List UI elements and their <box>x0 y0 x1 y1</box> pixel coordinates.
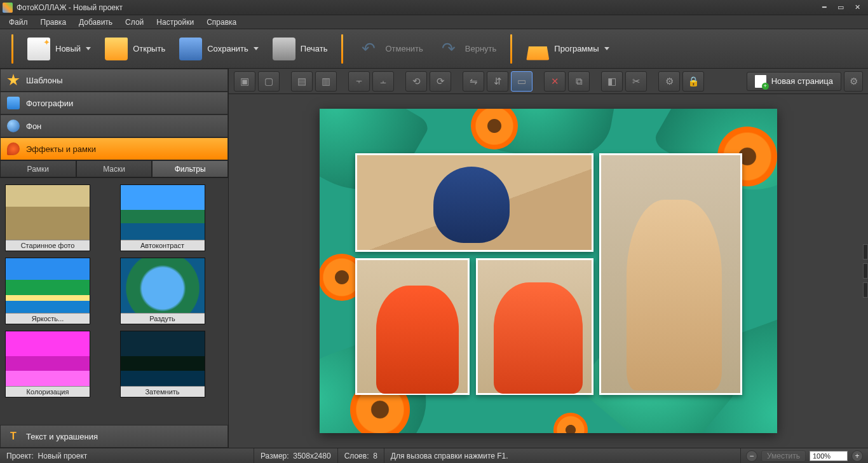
tab-filters[interactable]: Фильтры <box>152 160 228 177</box>
page-plus-icon <box>755 75 766 88</box>
menu-bar: Файл Правка Добавить Слой Настройки Спра… <box>0 15 868 29</box>
flip-v-button[interactable]: ⇵ <box>487 71 508 92</box>
save-label: Сохранить <box>207 44 248 53</box>
center-panel: ▣ ▢ ▤ ▥ ⫟ ⫠ ⟲ ⟳ ⇋ ⇵ ▭ ✕ ⧉ ◧ ✂ ⚙ 🔒 <box>229 69 868 448</box>
crop-button[interactable]: ⧉ <box>568 71 590 92</box>
menu-add[interactable]: Добавить <box>72 17 119 28</box>
fit-canvas-button[interactable]: ▭ <box>511 71 532 92</box>
filter-item[interactable]: Колоризация <box>5 331 90 397</box>
collage-photo[interactable] <box>355 258 470 395</box>
left-panel: Шаблоны Фотографии Фон Эффекты и рамки Р… <box>0 69 229 448</box>
title-bar: ФотоКОЛЛАЖ - Новый проект ━ ▭ ✕ <box>0 0 868 15</box>
filter-thumb <box>6 258 90 313</box>
close-button[interactable]: ✕ <box>849 2 865 13</box>
panel-handle[interactable] <box>863 263 868 279</box>
new-page-button[interactable]: Новая страница <box>747 72 841 91</box>
menu-layer[interactable]: Слой <box>119 17 150 28</box>
dropdown-icon <box>604 47 609 50</box>
arrange-back-button[interactable]: ▢ <box>258 71 280 92</box>
filter-item[interactable]: Яркость... <box>5 258 90 324</box>
accordion-photos[interactable]: Фотографии <box>0 92 228 114</box>
dropdown-icon <box>86 47 91 50</box>
text-icon: T <box>7 430 20 443</box>
filter-item[interactable]: Автоконтраст <box>120 184 205 251</box>
filter-thumb <box>121 185 205 240</box>
dropdown-icon <box>254 47 259 50</box>
status-layers: Слоев: 8 <box>338 448 384 463</box>
tab-masks[interactable]: Маски <box>76 160 153 177</box>
canvas-wrap[interactable] <box>229 94 868 448</box>
new-button[interactable]: ✦ Новый <box>21 35 97 63</box>
undo-button[interactable]: ↶ Отменить <box>351 35 429 63</box>
cut-button[interactable]: ✂ <box>625 71 647 92</box>
fit-button[interactable]: Уместить <box>761 450 806 462</box>
photo-subject <box>433 167 510 243</box>
accordion-label: Фон <box>26 121 41 131</box>
project-label: Проект: <box>6 452 34 460</box>
collage-photo[interactable] <box>599 153 742 395</box>
zoom-in-button[interactable]: + <box>851 450 863 462</box>
color-picker-button[interactable]: ◧ <box>601 71 623 92</box>
redo-button[interactable]: ↷ Вернуть <box>431 35 503 63</box>
rotate-right-button[interactable]: ⟳ <box>430 71 451 92</box>
flower-decoration <box>466 109 523 155</box>
page-settings-button[interactable]: ⚙ <box>844 71 863 92</box>
flower-decoration <box>548 408 593 433</box>
open-button[interactable]: Открыть <box>98 35 172 63</box>
programs-label: Программы <box>554 44 599 53</box>
panel-handle[interactable] <box>863 244 868 259</box>
accordion-label: Фотографии <box>26 99 73 108</box>
align-bottom-button[interactable]: ⫠ <box>372 71 394 92</box>
zoom-value[interactable]: 100% <box>810 451 848 461</box>
menu-help[interactable]: Справка <box>200 17 243 28</box>
collage-photo[interactable] <box>355 153 593 252</box>
bring-forward-button[interactable]: ▤ <box>291 71 313 92</box>
menu-settings[interactable]: Настройки <box>150 17 200 28</box>
save-icon <box>179 38 202 60</box>
menu-edit[interactable]: Правка <box>34 17 73 28</box>
panel-handle[interactable] <box>863 282 868 298</box>
tab-frames[interactable]: Рамки <box>0 160 76 177</box>
main-toolbar: ✦ Новый Открыть Сохранить Печать ↶ Отмен… <box>0 29 868 69</box>
maximize-button[interactable]: ▭ <box>832 2 849 13</box>
save-button[interactable]: Сохранить <box>173 35 265 63</box>
filter-item[interactable]: Раздуть <box>120 258 205 324</box>
align-top-button[interactable]: ⫟ <box>348 71 370 92</box>
accordion-effects[interactable]: Эффекты и рамки <box>0 137 228 160</box>
filter-grid[interactable]: Старинное фото Автоконтраст Яркость... Р… <box>0 178 228 425</box>
accordion-label: Шаблоны <box>26 76 63 85</box>
size-value: 3508x2480 <box>293 452 330 460</box>
accordion-text[interactable]: T Текст и украшения <box>0 425 228 448</box>
filter-item[interactable]: Затемнить <box>120 331 205 397</box>
programs-icon <box>526 38 549 60</box>
zoom-out-button[interactable]: − <box>746 450 757 462</box>
redo-label: Вернуть <box>465 44 497 53</box>
side-handles <box>863 244 868 298</box>
rotate-left-button[interactable]: ⟲ <box>405 71 427 92</box>
flip-h-button[interactable]: ⇋ <box>463 71 484 92</box>
size-label: Размер: <box>261 452 289 460</box>
accordion-templates[interactable]: Шаблоны <box>0 69 228 92</box>
print-button[interactable]: Печать <box>266 35 334 63</box>
menu-file[interactable]: Файл <box>3 17 34 28</box>
accordion-background[interactable]: Фон <box>0 114 228 137</box>
collage-canvas[interactable] <box>320 109 777 433</box>
settings-button[interactable]: ⚙ <box>658 71 680 92</box>
filter-caption: Раздуть <box>121 313 205 324</box>
programs-button[interactable]: Программы <box>520 35 615 63</box>
send-backward-button[interactable]: ▥ <box>315 71 337 92</box>
new-label: Новый <box>55 44 81 53</box>
collage-photo[interactable] <box>476 258 593 395</box>
arrange-front-button[interactable]: ▣ <box>234 71 255 92</box>
delete-button[interactable]: ✕ <box>544 71 566 92</box>
filter-thumb <box>6 185 90 240</box>
photo-icon <box>7 97 20 109</box>
new-page-label: Новая страница <box>771 76 833 86</box>
palette-icon <box>7 142 20 155</box>
minimize-button[interactable]: ━ <box>816 2 832 13</box>
undo-icon: ↶ <box>357 38 380 60</box>
filter-caption: Старинное фото <box>6 240 90 251</box>
window-title: ФотоКОЛЛАЖ - Новый проект <box>17 3 816 12</box>
lock-button[interactable]: 🔒 <box>682 71 704 92</box>
filter-item[interactable]: Старинное фото <box>5 184 90 251</box>
